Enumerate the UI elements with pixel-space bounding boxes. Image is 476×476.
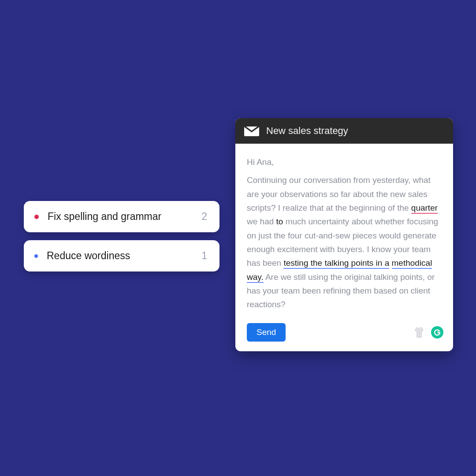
mail-icon [244,126,259,136]
suggestions-panel: Fix spelling and grammar 2 Reduce wordin… [24,201,219,271]
send-button[interactable]: Send [247,323,286,342]
suggestion-reduce-wordiness[interactable]: Reduce wordiness 1 [24,240,219,271]
suggestion-label: Reduce wordiness [47,250,201,262]
greeting-text: Hi Ana, [247,155,442,169]
compose-body[interactable]: Hi Ana, Continuing our conversation from… [235,144,453,320]
suggestion-count: 2 [201,211,207,223]
body-part: Are we still using the original talking … [247,272,435,309]
footer-icons [413,326,443,339]
dot-red-icon [34,215,39,219]
underline-red-quarter[interactable]: quarter [411,203,438,214]
suggestion-count: 1 [201,250,207,262]
compose-header: New sales strategy [235,118,453,144]
message-text: Continuing our conversation from yesterd… [247,173,442,311]
shirt-icon[interactable] [413,326,426,339]
suggestion-label: Fix spelling and grammar [48,211,201,223]
underline-blue-testing[interactable]: testing the talking points in a [283,258,389,269]
body-part: Continuing our conversation from yesterd… [247,175,431,212]
highlight-to[interactable]: to [276,217,283,226]
compose-window: New sales strategy Hi Ana, Continuing ou… [235,118,453,351]
body-part: we had [247,217,276,226]
dot-blue-icon [34,254,38,258]
suggestion-spelling-grammar[interactable]: Fix spelling and grammar 2 [24,201,219,232]
compose-title: New sales strategy [266,125,348,137]
compose-footer: Send [235,320,453,351]
grammarly-icon[interactable] [431,326,443,338]
